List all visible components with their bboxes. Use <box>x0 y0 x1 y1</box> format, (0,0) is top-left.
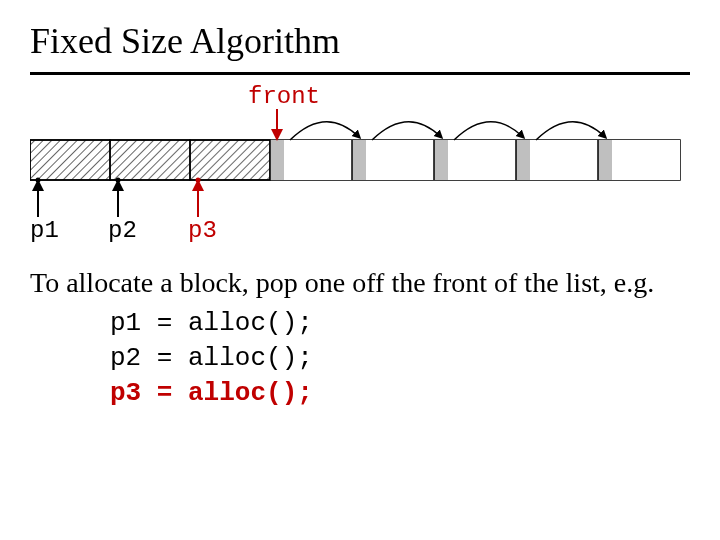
free-block-header <box>270 140 284 180</box>
front-label: front <box>248 83 320 110</box>
list-arc <box>454 122 523 140</box>
free-block-body <box>366 140 434 180</box>
memory-diagram: front p1 p2 p3 <box>30 85 690 245</box>
free-block-body <box>284 140 352 180</box>
free-block-header <box>598 140 612 180</box>
code-block: p1 = alloc(); p2 = alloc(); p3 = alloc()… <box>110 306 690 411</box>
p2-label: p2 <box>108 217 137 244</box>
list-arc <box>536 122 605 140</box>
code-line-highlight: p3 = alloc(); <box>110 376 690 411</box>
free-block-header <box>434 140 448 180</box>
free-block-body <box>612 140 680 180</box>
description-text: To allocate a block, pop one off the fro… <box>30 265 690 300</box>
list-arc <box>290 122 359 140</box>
svg-point-8 <box>116 178 121 183</box>
code-line: p2 = alloc(); <box>110 341 690 376</box>
svg-point-9 <box>196 178 201 183</box>
block-allocated <box>110 140 190 180</box>
horizontal-rule <box>30 72 690 75</box>
free-block-header <box>516 140 530 180</box>
free-block-header <box>352 140 366 180</box>
p1-label: p1 <box>30 217 59 244</box>
free-block-body <box>530 140 598 180</box>
block-allocated <box>30 140 110 180</box>
memory-strip <box>30 140 680 180</box>
page-title: Fixed Size Algorithm <box>30 20 690 62</box>
p3-label: p3 <box>188 217 217 244</box>
block-allocated <box>190 140 270 180</box>
svg-point-7 <box>36 178 41 183</box>
code-line: p1 = alloc(); <box>110 306 690 341</box>
list-arc <box>372 122 441 140</box>
free-block-body <box>448 140 516 180</box>
